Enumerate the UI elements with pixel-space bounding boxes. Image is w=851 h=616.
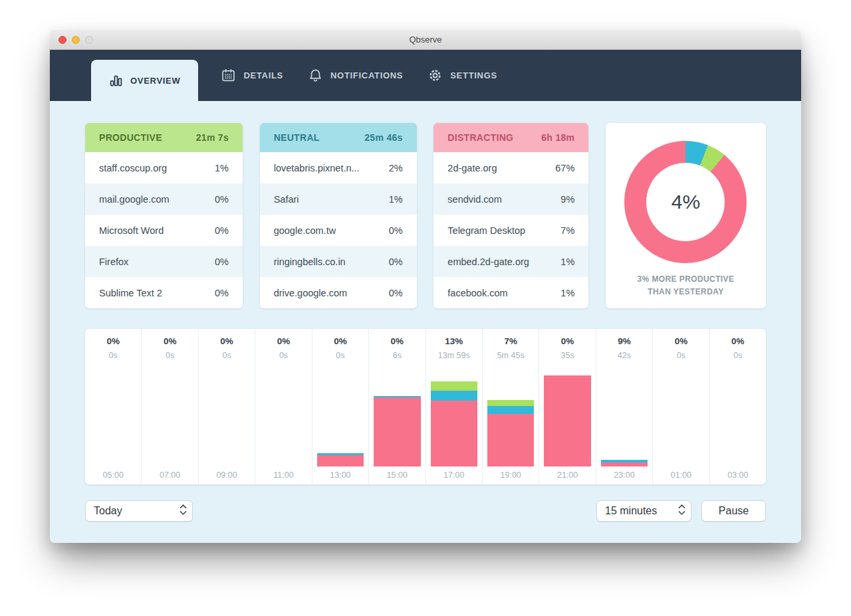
tab-label: SETTINGS xyxy=(450,70,497,80)
list-item[interactable]: Safari1% xyxy=(260,183,417,215)
chart-column: 9%42s23:00 xyxy=(596,329,653,484)
list-item[interactable]: drive.google.com0% xyxy=(260,277,417,308)
column-time: 11:00 xyxy=(255,470,311,480)
distracting-bar-segment xyxy=(487,414,534,466)
item-name: Firefox xyxy=(99,257,128,267)
bar-stack xyxy=(487,400,534,466)
column-time: 15:00 xyxy=(369,470,425,480)
column-percent: 0% xyxy=(710,336,766,346)
list-item[interactable]: Sublime Text 20% xyxy=(85,277,243,308)
column-duration: 13m 59s xyxy=(426,351,482,360)
list-item[interactable]: google.com.tw0% xyxy=(260,215,417,246)
interval-select[interactable]: 15 minutes xyxy=(596,500,691,522)
card-header-productive: PRODUCTIVE21m 7s xyxy=(85,123,243,152)
card-header-distracting: DISTRACTING6h 18m xyxy=(433,123,588,152)
minimize-button[interactable] xyxy=(72,36,80,44)
list-item[interactable]: lovetabris.pixnet.n...2% xyxy=(260,152,417,183)
column-time: 23:00 xyxy=(596,470,652,480)
window-title: Qbserve xyxy=(50,35,801,45)
pause-button[interactable]: Pause xyxy=(701,500,766,522)
chart-column: 7%5m 45s19:00 xyxy=(483,329,539,484)
tab-details[interactable]: DETAILS xyxy=(221,68,283,83)
column-duration: 0s xyxy=(312,351,368,360)
title-bar: Qbserve xyxy=(50,30,801,50)
tab-overview[interactable]: OVERVIEW xyxy=(91,60,198,101)
item-percent: 0% xyxy=(389,288,403,298)
list-item[interactable]: sendvid.com9% xyxy=(433,183,588,215)
item-percent: 1% xyxy=(215,163,229,173)
item-name: facebook.com xyxy=(447,288,507,298)
chart-column: 0%0s13:00 xyxy=(312,329,369,484)
column-percent: 13% xyxy=(426,336,482,346)
card-title: PRODUCTIVE xyxy=(99,132,162,143)
item-percent: 9% xyxy=(560,194,574,205)
item-percent: 0% xyxy=(389,225,403,236)
chart-column: 0%0s09:00 xyxy=(199,329,255,484)
category-cards-row: PRODUCTIVE21m 7sstaff.coscup.org1%mail.g… xyxy=(85,123,766,308)
category-card-productive: PRODUCTIVE21m 7sstaff.coscup.org1%mail.g… xyxy=(85,123,243,308)
item-name: lovetabris.pixnet.n... xyxy=(274,163,360,173)
card-total-time: 21m 7s xyxy=(196,132,229,143)
item-name: ringingbells.co.in xyxy=(274,257,346,267)
item-percent: 1% xyxy=(560,257,574,267)
category-card-distracting: DISTRACTING6h 18m2d-gate.org67%sendvid.c… xyxy=(433,123,588,308)
card-total-time: 6h 18m xyxy=(541,132,574,143)
card-title: NEUTRAL xyxy=(274,132,320,143)
list-item[interactable]: facebook.com1% xyxy=(433,277,588,308)
column-duration: 42s xyxy=(596,351,652,360)
gear-icon xyxy=(427,68,443,83)
column-percent: 0% xyxy=(539,336,595,346)
column-duration: 6s xyxy=(369,351,425,360)
item-name: 2d-gate.org xyxy=(447,163,497,173)
donut-chart: 4% xyxy=(624,141,747,263)
column-percent: 0% xyxy=(199,336,255,346)
category-card-neutral: NEUTRAL25m 46slovetabris.pixnet.n...2%Sa… xyxy=(260,123,417,308)
column-percent: 7% xyxy=(483,336,539,346)
list-item[interactable]: embed.2d-gate.org1% xyxy=(433,246,588,277)
list-item[interactable]: Microsoft Word0% xyxy=(85,215,243,246)
productive-bar-segment xyxy=(487,400,534,406)
chart-column: 0%0s07:00 xyxy=(142,329,198,484)
chart-column: 0%0s03:00 xyxy=(710,329,766,484)
chevron-up-down-icon xyxy=(180,504,187,518)
card-header-neutral: NEUTRAL25m 46s xyxy=(260,123,417,152)
list-item[interactable]: Telegram Desktop7% xyxy=(433,215,588,246)
period-select[interactable]: Today xyxy=(85,500,193,522)
item-percent: 2% xyxy=(389,163,403,173)
item-percent: 0% xyxy=(215,225,229,236)
distracting-bar-segment xyxy=(544,375,590,466)
neutral-bar-segment xyxy=(431,391,477,401)
item-percent: 0% xyxy=(389,257,403,267)
column-duration: 0s xyxy=(653,351,709,360)
column-percent: 0% xyxy=(142,336,197,346)
chart-column: 0%0s05:00 xyxy=(85,329,142,484)
list-item[interactable]: staff.coscup.org1% xyxy=(85,152,243,183)
chart-column: 0%0s11:00 xyxy=(255,329,312,484)
list-item[interactable]: ringingbells.co.in0% xyxy=(260,246,417,277)
column-percent: 0% xyxy=(85,336,141,346)
app-window: Qbserve OVERVIEW xyxy=(50,30,801,543)
item-percent: 0% xyxy=(215,194,229,205)
zoom-button[interactable] xyxy=(85,36,93,44)
tab-bar: OVERVIEW DETAILS xyxy=(50,50,801,101)
close-button[interactable] xyxy=(59,36,66,44)
list-item[interactable]: 2d-gate.org67% xyxy=(433,152,588,183)
donut-center: 4% xyxy=(646,163,725,241)
hourly-activity-chart: 0%0s05:000%0s07:000%0s09:000%0s11:000%0s… xyxy=(85,329,766,484)
item-name: Microsoft Word xyxy=(99,225,164,236)
column-percent: 0% xyxy=(255,336,311,346)
item-name: google.com.tw xyxy=(274,225,336,236)
column-percent: 0% xyxy=(369,336,425,346)
calendar-icon xyxy=(221,68,236,83)
tab-settings[interactable]: SETTINGS xyxy=(427,68,497,83)
item-percent: 0% xyxy=(215,257,229,267)
tab-label: OVERVIEW xyxy=(130,76,180,86)
period-select-value: Today xyxy=(94,505,122,517)
productivity-comparison-caption: 3% MORE PRODUCTIVE THAN YESTERDAY xyxy=(626,273,745,298)
column-duration: 0s xyxy=(199,351,255,360)
list-item[interactable]: mail.google.com0% xyxy=(85,183,243,215)
tab-label: DETAILS xyxy=(243,70,283,80)
column-duration: 0s xyxy=(85,351,141,360)
list-item[interactable]: Firefox0% xyxy=(85,246,243,277)
tab-notifications[interactable]: NOTIFICATIONS xyxy=(308,68,403,83)
